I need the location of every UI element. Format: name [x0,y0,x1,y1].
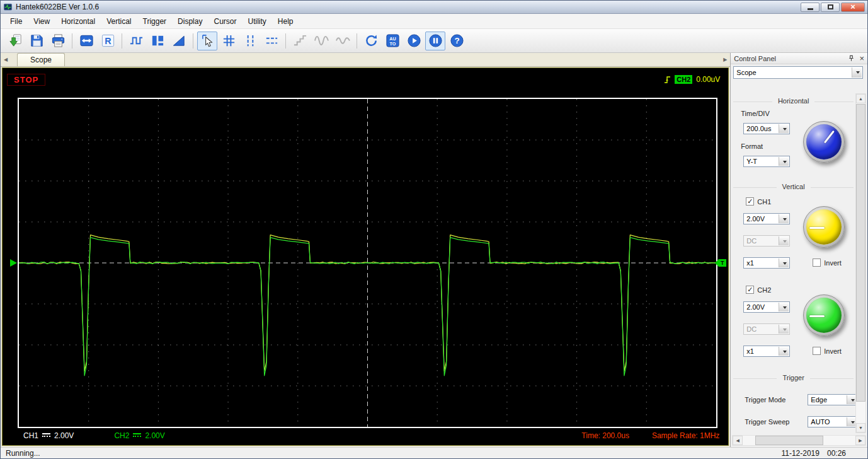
ch1-volts-per-div: 2.00V [54,431,74,440]
cursor-select-button[interactable] [197,32,217,50]
menubar: FileViewHorizontalVerticalTriggerDisplay… [1,14,867,29]
scroll-down-button[interactable]: ▼ [856,423,865,433]
ch1-volts-select[interactable]: 2.00V [743,213,790,224]
content: ◀ Scope ▶ STOP CH2 0.00uV [1,53,867,447]
waveform-display[interactable] [18,98,717,428]
refresh-button[interactable] [361,32,381,50]
scroll-left-button[interactable]: ◀ [733,436,743,445]
ch1-coupling-value: DC [746,237,757,245]
control-panel: Control Panel × Scope Horizontal Time/DI… [730,53,867,447]
ch1-probe-value: x1 [746,259,754,267]
format-select[interactable]: Y-T [743,156,790,167]
tabbar: ◀ Scope ▶ [1,53,730,67]
level-bars-icon [151,33,165,48]
scroll-up-button[interactable]: ▲ [856,94,865,103]
ch2-volts-select[interactable]: 2.00V [743,301,790,313]
sine-wave-2-button [333,32,353,50]
pause-button[interactable] [425,32,445,50]
trigger-position-marker[interactable]: T [719,259,726,267]
maximize-button[interactable] [821,3,840,12]
trigger-sweep-select[interactable]: AUTO [808,416,858,427]
tab-scope-label: Scope [30,55,52,64]
menu-display[interactable]: Display [172,15,208,28]
status-date: 11-12-2019 [781,449,819,458]
menu-utility[interactable]: Utility [242,15,271,28]
menu-file[interactable]: File [4,15,28,28]
open-waveform-button[interactable] [5,32,25,50]
auto-set-button[interactable] [382,32,403,50]
app-window: Hantek6022BE Ver 1.0.6 × FileViewHorizon… [0,0,868,459]
ch2-knob-pointer [809,315,825,317]
toolbar [1,29,867,53]
time-div-select[interactable]: 200.0us [743,123,790,134]
open-waveform-icon [8,33,23,48]
ch2-volts-per-div: 2.00V [145,431,164,440]
fit-horizontal-button[interactable] [76,32,96,50]
time-div-label: Time/DIV [741,110,769,117]
ch2-enable-checkbox[interactable]: ✓ CH2 [746,286,771,294]
horizontal-knob[interactable] [803,121,845,163]
cross-cursor-button[interactable] [219,32,239,50]
minimize-button[interactable] [801,3,819,12]
horizontal-scroll-thumb[interactable] [755,436,823,445]
minimize-icon [808,8,813,10]
panel-vertical-scrollbar[interactable]: ▲ ▼ [855,93,866,433]
menu-trigger[interactable]: Trigger [137,15,173,28]
channel-position-marker[interactable] [10,259,17,267]
step-wave-icon [293,33,307,48]
statusbar: Running... 11-12-2019 00:26 [1,447,867,458]
ramp-wave-button[interactable] [169,32,189,50]
ramp-wave-icon [172,33,186,48]
ch1-probe-select[interactable]: x1 [743,257,790,269]
scroll-right-button[interactable]: ▶ [855,436,865,445]
window-title: Hantek6022BE Ver 1.0.6 [16,3,99,11]
ch2-invert-checkbox-icon [813,347,821,355]
cross-cursor-icon [222,33,236,48]
horizontal-scroll-track[interactable] [743,436,855,445]
start-button[interactable] [404,32,424,50]
panel-horizontal-scrollbar[interactable]: ◀ ▶ [732,435,866,446]
save-waveform-button[interactable] [26,32,47,50]
vertical-scroll-thumb[interactable] [856,104,865,402]
square-wave-button[interactable] [126,32,146,50]
ch2-coupling-select: DC [743,323,790,335]
print-button[interactable] [48,32,68,50]
menu-help[interactable]: Help [272,15,299,28]
print-icon [51,33,66,48]
ch2-invert-checkbox[interactable]: Invert [813,347,842,355]
level-bars-button[interactable] [147,32,168,50]
ch1-position-knob[interactable] [803,206,845,248]
ch1-coupling-icon [42,433,50,438]
waveform-plot [19,99,716,427]
auto-set-icon [385,33,400,48]
pin-icon[interactable] [848,55,855,62]
tab-scroll-left-button[interactable]: ◀ [1,52,11,66]
close-button[interactable]: × [841,3,865,12]
refresh-icon [364,33,379,48]
menu-view[interactable]: View [28,15,55,28]
menu-horizontal[interactable]: Horizontal [55,15,101,28]
control-panel-header: Control Panel × [731,53,867,64]
panel-mode-select[interactable]: Scope [733,66,863,79]
tab-scroll-right-button[interactable]: ▶ [720,52,730,66]
ch2-position-knob[interactable] [803,294,845,336]
cursor-select-icon [200,33,215,48]
section-horizontal-title: Horizontal [733,97,854,105]
vertical-cursors-button[interactable] [240,32,260,50]
horizontal-cursors-button[interactable] [261,32,282,50]
menu-cursor[interactable]: Cursor [208,15,242,28]
trigger-level-value: 0.00uV [696,75,720,84]
format-label: Format [741,142,763,150]
panel-close-icon[interactable]: × [859,55,864,62]
tab-scope[interactable]: Scope [17,53,65,66]
sample-rate-readout: Sample Rate: 1MHz [652,431,719,440]
reference-r-button[interactable] [98,32,118,50]
help-button[interactable] [447,32,467,50]
square-wave-icon [129,33,144,48]
trigger-mode-select[interactable]: Edge [808,394,858,405]
menu-vertical[interactable]: Vertical [101,15,137,28]
ch1-enable-checkbox[interactable]: ✓ CH1 [746,197,771,206]
status-message: Running... [6,449,40,458]
ch1-invert-checkbox[interactable]: Invert [813,259,842,267]
ch2-probe-select[interactable]: x1 [743,346,790,357]
